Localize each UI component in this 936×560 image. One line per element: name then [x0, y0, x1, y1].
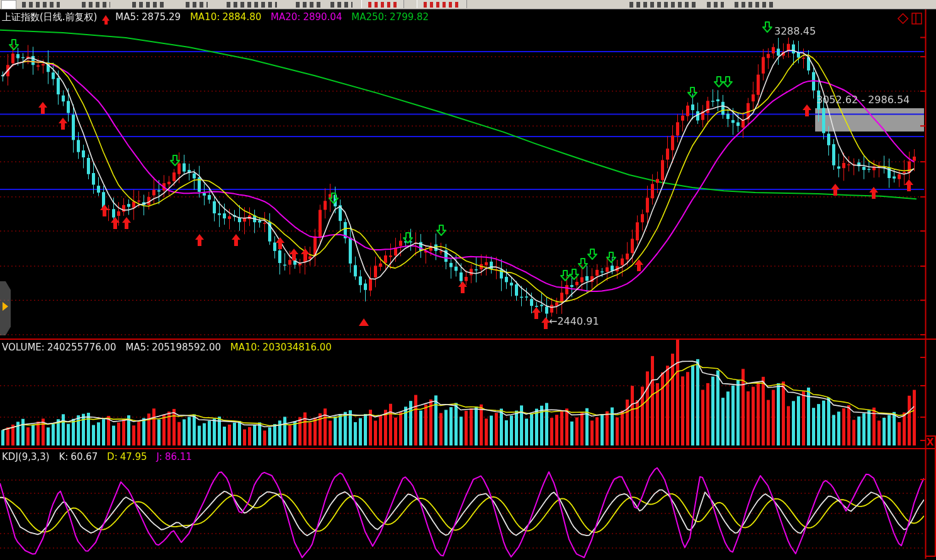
corner-icons-svg	[897, 13, 925, 25]
menu-item-clipped[interactable]	[629, 2, 696, 8]
toolbar	[0, 0, 936, 9]
kdj-name: KDJ(9,3,3)	[2, 451, 50, 462]
panel-close-button[interactable]: X	[927, 437, 934, 448]
ma20-value: 2890.04	[303, 11, 342, 23]
vol-ma5-value: 205198592.00	[152, 342, 221, 353]
peak-price-label: 3288.45	[774, 25, 816, 37]
main-chart-header: 上证指数(日线.前复权) MA5:2875.29 MA10:2884.80 MA…	[2, 11, 431, 23]
menu-item-clipped[interactable]	[186, 2, 208, 8]
chart-corner-controls	[897, 13, 925, 25]
vol-ma10-label: MA10:	[230, 342, 260, 353]
kdj-j-label: J:	[156, 451, 162, 462]
menu-item-clipped[interactable]	[330, 2, 352, 8]
ma250-label: MA250:	[351, 11, 387, 23]
low-price-label: ←2440.91	[549, 315, 599, 327]
menu-item-clipped[interactable]	[707, 2, 724, 8]
stock-chart-canvas[interactable]	[0, 0, 936, 560]
sidebar-expand-handle[interactable]	[0, 281, 11, 335]
kdj-k-value: 60.67	[70, 451, 98, 462]
gap-range-label: 3052.62 - 2986.54	[816, 94, 910, 106]
kdj-d-label: D:	[107, 451, 118, 462]
kdj-header: KDJ(9,3,3) K:60.67 D:47.95 J:86.11	[2, 451, 195, 462]
kdj-d-value: 47.95	[120, 451, 147, 462]
menu-item-clipped[interactable]	[22, 2, 60, 8]
kdj-j-value: 86.11	[165, 451, 192, 462]
split-window-icon[interactable]	[912, 13, 922, 24]
vol-ma10-value: 203034816.00	[262, 342, 332, 353]
expand-arrow-icon	[3, 302, 8, 311]
menu-item-clipped[interactable]	[82, 2, 110, 8]
vol-ma5-label: MA5:	[125, 342, 149, 353]
app-window: 上证指数(日线.前复权) MA5:2875.29 MA10:2884.80 MA…	[0, 0, 936, 560]
menu-item-clipped[interactable]	[735, 2, 776, 8]
menu-item-clipped[interactable]	[132, 2, 167, 8]
toolbar-button-2[interactable]	[417, 0, 467, 8]
kdj-k-label: K:	[59, 451, 68, 462]
toolbar-app-icon[interactable]	[1, 0, 16, 9]
ma10-label: MA10:	[190, 11, 220, 23]
ma10-value: 2884.80	[222, 11, 261, 23]
ma5-value: 2875.29	[142, 11, 181, 23]
ma250-value: 2799.82	[390, 11, 429, 23]
diamond-icon[interactable]	[898, 14, 908, 24]
menu-item-clipped[interactable]	[227, 2, 277, 8]
ma20-label: MA20:	[271, 11, 300, 23]
toolbar-button-1[interactable]	[361, 0, 404, 8]
trend-up-arrow-icon	[102, 15, 110, 21]
ma5-label: MA5:	[115, 11, 139, 23]
volume-header: VOLUME:240255776.00 MA5:205198592.00 MA1…	[2, 342, 334, 353]
volume-label: VOLUME:	[2, 342, 45, 353]
menu-item-clipped[interactable]	[296, 2, 321, 8]
volume-value: 240255776.00	[47, 342, 116, 353]
instrument-title: 上证指数(日线.前复权)	[2, 11, 97, 23]
